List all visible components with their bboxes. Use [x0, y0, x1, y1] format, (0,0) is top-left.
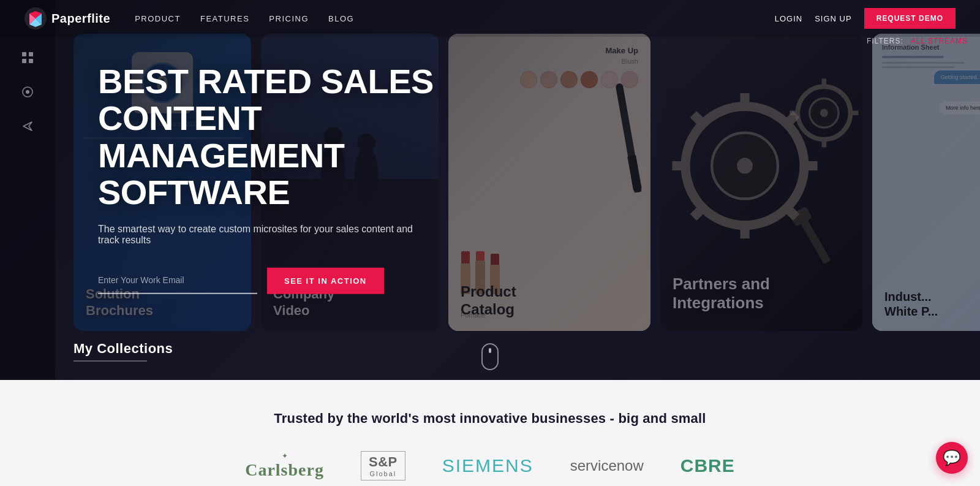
signup-link[interactable]: SIGN UP	[815, 14, 851, 23]
login-link[interactable]: LOGIN	[775, 14, 802, 23]
hero-form: SEE IT IN ACTION	[98, 268, 496, 294]
trust-logo-siemens: SIEMENS	[442, 455, 533, 476]
cta-button[interactable]: SEE IT IN ACTION	[267, 268, 384, 294]
logo-link[interactable]: Paperflite	[24, 7, 110, 29]
scroll-indicator[interactable]	[481, 343, 499, 370]
navbar: Paperflite PRODUCT FEATURES PRICING BLOG…	[0, 0, 980, 37]
nav-links: PRODUCT FEATURES PRICING BLOG	[135, 14, 775, 23]
my-collections-title: My Collections	[74, 341, 173, 357]
svg-rect-4	[22, 59, 26, 63]
svg-rect-2	[22, 52, 26, 56]
nav-product[interactable]: PRODUCT	[135, 14, 181, 23]
trust-logos: ✦Carlsberg S&P Global SIEMENS servicenow…	[24, 451, 956, 480]
sidebar-icon-circle[interactable]	[19, 83, 36, 101]
hero-content: BEST RATED SALES CONTENT MANAGEMENT SOFT…	[98, 63, 496, 294]
logo-text: Paperflite	[51, 12, 110, 26]
filters-label: FILTERS:	[867, 37, 903, 45]
nav-features[interactable]: FEATURES	[200, 14, 249, 23]
svg-rect-3	[29, 52, 33, 56]
my-collections-line	[74, 360, 147, 362]
nav-actions: LOGIN SIGN UP REQUEST DEMO	[775, 8, 956, 29]
email-input[interactable]	[98, 268, 257, 294]
chat-bubble[interactable]: 💬	[936, 442, 968, 474]
filters-value[interactable]: ALL STREAMS	[911, 37, 968, 45]
hero-subtitle: The smartest way to create custom micros…	[98, 224, 435, 246]
trust-section: Trusted by the world's most innovative b…	[0, 380, 980, 486]
chat-icon: 💬	[943, 449, 961, 466]
filters-bar: FILTERS: ALL STREAMS	[867, 37, 968, 45]
trust-logo-carlsberg: ✦Carlsberg	[245, 452, 324, 480]
trust-logo-sp: S&P Global	[361, 451, 405, 480]
sidebar-icon-grid[interactable]	[19, 49, 36, 66]
trust-logo-servicenow: servicenow	[570, 457, 644, 474]
scroll-dot	[481, 343, 499, 370]
logo-icon	[24, 7, 47, 29]
sidebar-icon-send[interactable]	[19, 118, 36, 135]
svg-rect-5	[29, 59, 33, 63]
my-collections: My Collections	[74, 341, 173, 362]
scroll-dot-inner	[489, 348, 491, 353]
sidebar	[0, 0, 55, 380]
nav-pricing[interactable]: PRICING	[269, 14, 309, 23]
request-demo-button[interactable]: REQUEST DEMO	[864, 8, 956, 29]
hero-title: BEST RATED SALES CONTENT MANAGEMENT SOFT…	[98, 63, 496, 211]
svg-point-7	[26, 90, 29, 94]
trust-title: Trusted by the world's most innovative b…	[24, 411, 956, 427]
trust-logo-cbre: CBRE	[680, 455, 735, 476]
hero-section: 0 UNICEF ZEROwards 2023 SolutionBrochure…	[0, 0, 980, 380]
nav-blog[interactable]: BLOG	[328, 14, 354, 23]
